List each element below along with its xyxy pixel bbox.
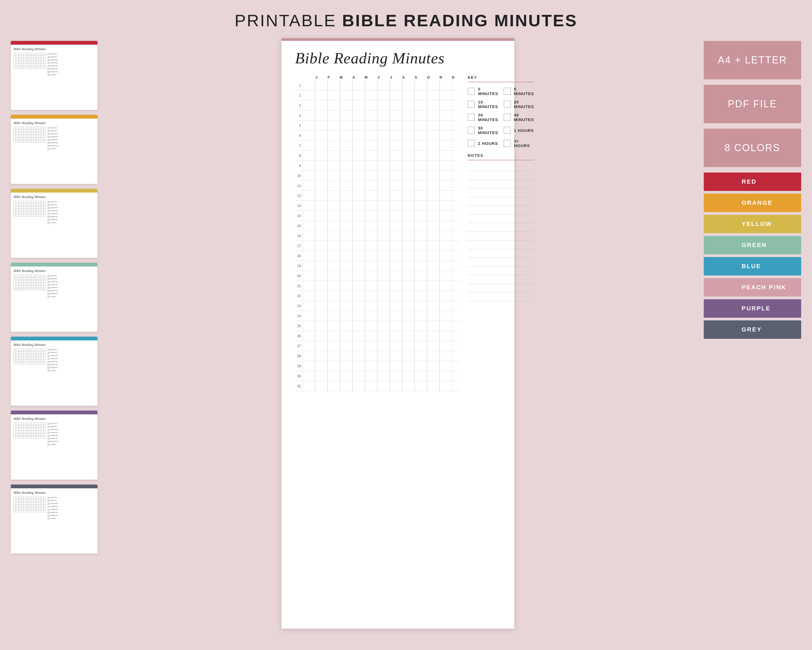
row-number: 11 (295, 184, 302, 188)
thumb-cell (41, 283, 43, 285)
grid-cell (415, 180, 427, 190)
key-checkbox (504, 88, 511, 95)
grid-section: JFMAMJJASOND 123456789101112131415161718… (295, 75, 501, 391)
grid-cell (315, 221, 328, 231)
grid-cell (353, 251, 365, 260)
grid-cell (377, 251, 390, 260)
thumb-cell (16, 206, 18, 208)
grid-cell (402, 191, 415, 200)
grid-cell (302, 90, 315, 100)
grid-cell (315, 130, 328, 140)
thumb-cell (39, 354, 41, 356)
thumb-cell (34, 211, 36, 214)
grid-cell (390, 281, 402, 291)
grid-cell (402, 381, 415, 391)
thumb-cell (41, 201, 43, 203)
thumb-cell (31, 130, 33, 132)
thumb-cell (19, 496, 21, 499)
thumb-cell (16, 357, 18, 359)
grid-cell (365, 121, 377, 130)
grid-cell (328, 121, 340, 130)
grid-cell (340, 80, 353, 90)
thumb-cell (14, 499, 16, 502)
thumb-cell (39, 58, 41, 61)
thumb-cell (36, 362, 38, 364)
thumb-cell (29, 283, 31, 285)
grid-cell (340, 301, 353, 310)
thumb-cell (24, 283, 26, 285)
row-number: 31 (295, 384, 302, 388)
grid-cell (440, 130, 452, 140)
thumb-cell (39, 127, 41, 129)
swatch-label: GREY (736, 320, 801, 339)
grid-cell (353, 331, 365, 341)
thumb-cell (34, 58, 36, 61)
thumb-cell (24, 280, 26, 283)
thumb-cell (31, 510, 33, 512)
grid-cell (415, 221, 427, 231)
thumb-cell (39, 280, 41, 283)
grid-cell (427, 221, 440, 231)
thumb-cell (41, 433, 43, 436)
badge-pdf: PDF FILE (704, 85, 801, 123)
thumb-cell (16, 496, 18, 499)
grid-cell (340, 101, 353, 110)
grid-cell (402, 271, 415, 281)
grid-cell (353, 191, 365, 200)
notes-line (468, 224, 534, 232)
table-row: 14 (295, 211, 459, 221)
thumb-cell (29, 203, 31, 206)
table-row: 19 (295, 261, 459, 271)
thumb-cell (34, 132, 36, 135)
thumb-cell (26, 436, 28, 439)
thumb-cell (19, 433, 21, 436)
thumb-cell (31, 55, 33, 58)
thumb-cell (41, 55, 43, 58)
grid-cell (390, 211, 402, 220)
grid-cell (415, 361, 427, 371)
badge-colors: 8 COLORS (704, 128, 801, 167)
grid-cell (390, 251, 402, 260)
thumb-cell (21, 349, 23, 351)
thumb-cell (21, 505, 23, 507)
thumb-cell (19, 357, 21, 359)
key-divider (468, 82, 534, 82)
key-label: 30 MINUTES (478, 113, 498, 122)
notes-line (468, 181, 534, 188)
grid-cell (390, 381, 402, 391)
grid-cell (390, 141, 402, 150)
grid-cell (302, 251, 315, 260)
grid-cell (390, 231, 402, 240)
grid-cell (315, 351, 328, 361)
grid-cell (402, 171, 415, 180)
thumb-cell (16, 288, 18, 291)
grid-cell (315, 80, 328, 90)
thumb-cell (34, 433, 36, 436)
thumb-cell (14, 275, 16, 277)
thumb-cell (21, 64, 23, 66)
thumb-cell (16, 58, 18, 61)
grid-cell (390, 110, 402, 120)
title-bold: BIBLE READING MINUTES (342, 11, 577, 30)
thumb-cell (19, 66, 21, 69)
grid-cell (353, 180, 365, 190)
thumb-cell (19, 422, 21, 425)
grid-cell (328, 191, 340, 200)
thumb-cell (19, 58, 21, 61)
thumb-cell (24, 362, 26, 364)
grid-cell (415, 141, 427, 150)
grid-cell (315, 90, 328, 100)
grid-cell (328, 311, 340, 321)
swatch-label: ORANGE (736, 194, 801, 212)
grid-cell (365, 231, 377, 240)
grid-cell (427, 241, 440, 251)
thumb-cell (26, 288, 28, 291)
thumb-cell (41, 357, 43, 359)
row-number: 25 (295, 324, 302, 328)
thumb-cell (31, 140, 33, 143)
thumb-cell (39, 64, 41, 66)
thumb-cell (19, 203, 21, 206)
grid-cell (390, 291, 402, 301)
thumb-cell (21, 433, 23, 436)
list-item: Bible Reading Minutes0 MINUTES6 MINUTES1… (11, 41, 98, 110)
